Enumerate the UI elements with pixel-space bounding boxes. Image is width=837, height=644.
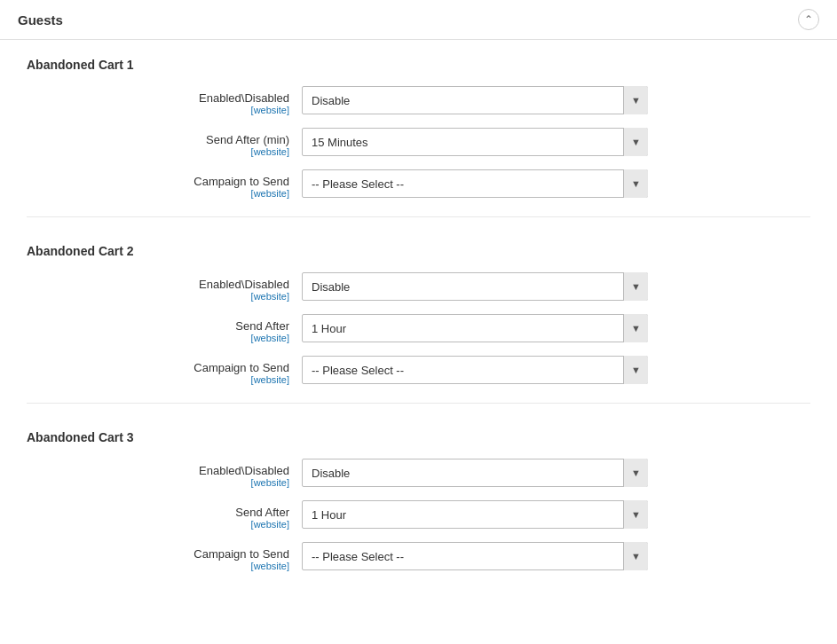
select-wrapper-enabled3: DisableEnable▼ xyxy=(302,459,648,487)
select-wrapper-enabled2: DisableEnable▼ xyxy=(302,272,648,301)
collapse-icon: ⌃ xyxy=(804,13,813,26)
form-row-enabled2: Enabled\Disabled[website]DisableEnable▼ xyxy=(27,272,810,302)
label-sub-sendafter1: [website] xyxy=(27,146,289,157)
select-sendafter2[interactable]: 1 Hour2 Hours3 Hours xyxy=(302,314,648,342)
select-wrapper-sendafter3: 1 Hour2 Hours3 Hours▼ xyxy=(302,500,648,529)
form-row-campaign1: Campaign to Send[website]-- Please Selec… xyxy=(27,169,810,199)
select-wrapper-enabled1: DisableEnable▼ xyxy=(302,86,648,114)
label-sub-sendafter3: [website] xyxy=(27,519,289,530)
collapse-button[interactable]: ⌃ xyxy=(798,9,819,30)
select-enabled3[interactable]: DisableEnable xyxy=(302,459,648,487)
select-enabled1[interactable]: DisableEnable xyxy=(302,86,648,114)
cart-section-1: Abandoned Cart 1Enabled\Disabled[website… xyxy=(27,58,810,217)
label-main-sendafter3: Send After xyxy=(27,506,289,519)
select-wrapper-sendafter1: 15 Minutes30 Minutes45 Minutes60 Minutes… xyxy=(302,128,648,156)
label-col-campaign1: Campaign to Send[website] xyxy=(27,169,302,199)
control-col-campaign2: -- Please Select --▼ xyxy=(302,356,810,384)
select-enabled2[interactable]: DisableEnable xyxy=(302,272,648,301)
label-main-campaign3: Campaign to Send xyxy=(27,547,289,561)
control-col-enabled2: DisableEnable▼ xyxy=(302,272,810,301)
page-title: Guests xyxy=(18,12,63,27)
label-sub-enabled3: [website] xyxy=(27,477,289,488)
label-col-campaign2: Campaign to Send[website] xyxy=(27,356,302,385)
cart-section-2: Abandoned Cart 2Enabled\Disabled[website… xyxy=(27,244,810,404)
select-campaign1[interactable]: -- Please Select -- xyxy=(302,169,648,198)
select-wrapper-sendafter2: 1 Hour2 Hours3 Hours▼ xyxy=(302,314,648,342)
form-row-sendafter1: Send After (min)[website]15 Minutes30 Mi… xyxy=(27,128,810,157)
divider-1 xyxy=(27,216,810,217)
control-col-sendafter3: 1 Hour2 Hours3 Hours▼ xyxy=(302,500,810,529)
control-col-sendafter2: 1 Hour2 Hours3 Hours▼ xyxy=(302,314,810,342)
cart-title-2: Abandoned Cart 2 xyxy=(27,244,810,258)
label-col-sendafter1: Send After (min)[website] xyxy=(27,128,302,157)
label-col-sendafter3: Send After[website] xyxy=(27,500,302,530)
control-col-campaign1: -- Please Select --▼ xyxy=(302,169,810,198)
form-row-sendafter3: Send After[website]1 Hour2 Hours3 Hours▼ xyxy=(27,500,810,530)
label-sub-enabled1: [website] xyxy=(27,105,289,115)
label-main-enabled3: Enabled\Disabled xyxy=(27,464,289,477)
divider-2 xyxy=(27,403,810,404)
select-sendafter1[interactable]: 15 Minutes30 Minutes45 Minutes60 Minutes xyxy=(302,128,648,156)
form-row-enabled1: Enabled\Disabled[website]DisableEnable▼ xyxy=(27,86,810,115)
label-main-sendafter1: Send After (min) xyxy=(27,133,289,146)
select-wrapper-campaign1: -- Please Select --▼ xyxy=(302,169,648,198)
label-main-enabled2: Enabled\Disabled xyxy=(27,278,289,291)
content-area: Abandoned Cart 1Enabled\Disabled[website… xyxy=(0,40,837,624)
form-row-sendafter2: Send After[website]1 Hour2 Hours3 Hours▼ xyxy=(27,314,810,343)
label-col-sendafter2: Send After[website] xyxy=(27,314,302,343)
control-col-enabled1: DisableEnable▼ xyxy=(302,86,810,114)
select-campaign2[interactable]: -- Please Select -- xyxy=(302,356,648,384)
page-container: Guests ⌃ Abandoned Cart 1Enabled\Disable… xyxy=(0,0,837,624)
select-campaign3[interactable]: -- Please Select -- xyxy=(302,542,648,570)
label-sub-campaign3: [website] xyxy=(27,561,289,571)
label-main-enabled1: Enabled\Disabled xyxy=(27,91,289,105)
label-col-enabled3: Enabled\Disabled[website] xyxy=(27,459,302,488)
label-main-campaign2: Campaign to Send xyxy=(27,361,289,374)
label-sub-enabled2: [website] xyxy=(27,291,289,302)
control-col-campaign3: -- Please Select --▼ xyxy=(302,542,810,570)
label-main-sendafter2: Send After xyxy=(27,319,289,333)
select-sendafter3[interactable]: 1 Hour2 Hours3 Hours xyxy=(302,500,648,529)
cart-title-1: Abandoned Cart 1 xyxy=(27,58,810,72)
label-sub-campaign2: [website] xyxy=(27,374,289,385)
label-sub-sendafter2: [website] xyxy=(27,333,289,343)
label-col-campaign3: Campaign to Send[website] xyxy=(27,542,302,571)
label-col-enabled2: Enabled\Disabled[website] xyxy=(27,272,302,302)
label-sub-campaign1: [website] xyxy=(27,188,289,199)
select-wrapper-campaign2: -- Please Select --▼ xyxy=(302,356,648,384)
label-main-campaign1: Campaign to Send xyxy=(27,175,289,188)
form-row-enabled3: Enabled\Disabled[website]DisableEnable▼ xyxy=(27,459,810,488)
label-col-enabled1: Enabled\Disabled[website] xyxy=(27,86,302,115)
control-col-sendafter1: 15 Minutes30 Minutes45 Minutes60 Minutes… xyxy=(302,128,810,156)
section-header: Guests ⌃ xyxy=(0,0,837,40)
select-wrapper-campaign3: -- Please Select --▼ xyxy=(302,542,648,570)
form-row-campaign3: Campaign to Send[website]-- Please Selec… xyxy=(27,542,810,571)
cart-title-3: Abandoned Cart 3 xyxy=(27,430,810,444)
form-row-campaign2: Campaign to Send[website]-- Please Selec… xyxy=(27,356,810,385)
cart-section-3: Abandoned Cart 3Enabled\Disabled[website… xyxy=(27,430,810,571)
control-col-enabled3: DisableEnable▼ xyxy=(302,459,810,487)
